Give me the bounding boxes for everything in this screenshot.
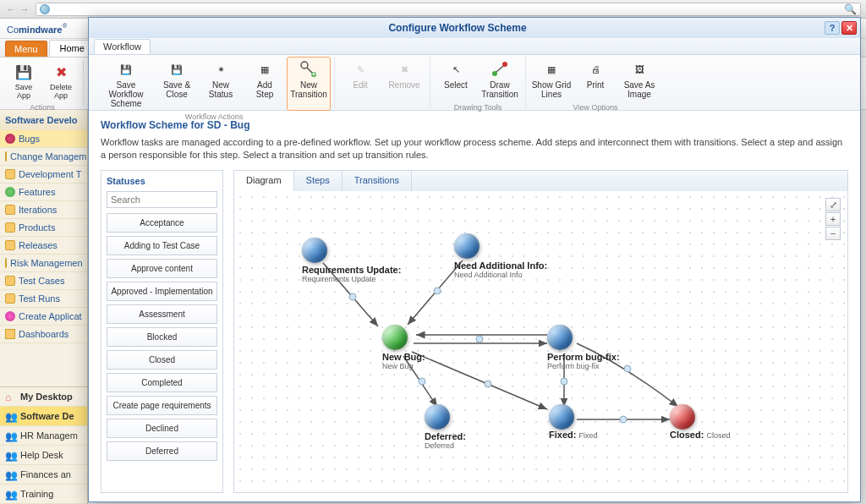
svg-line-6 — [496, 66, 503, 72]
status-item[interactable]: Adding to Test Case — [107, 236, 217, 255]
sparkle-icon — [5, 311, 15, 321]
diagram-canvas[interactable]: Requirements Update: Requirements Update… — [234, 191, 847, 492]
sidebar-item-features[interactable]: Features — [0, 184, 87, 201]
status-list[interactable]: Acceptance Adding to Test Case Approve c… — [107, 213, 217, 487]
node-ball-icon — [670, 404, 695, 430]
app-logo: Comindware® — [7, 21, 67, 36]
folder-icon — [5, 240, 15, 250]
new-transition-button[interactable]: +New Transition — [287, 57, 331, 111]
nav-hr[interactable]: 👥HR Managem — [0, 426, 87, 446]
status-item[interactable]: Completed — [107, 373, 217, 392]
status-item[interactable]: Declined — [107, 419, 217, 438]
sidebar-title: Software Develo — [0, 110, 87, 130]
canvas-zoom-out-icon[interactable]: − — [825, 227, 841, 240]
status-item[interactable]: Create page requirements — [107, 396, 217, 415]
close-button[interactable]: ✕ — [841, 21, 857, 35]
svg-point-19 — [485, 381, 491, 387]
modal-tabs: Workflow — [89, 38, 860, 55]
diagram-tabs: Diagram Steps Transitions — [234, 171, 847, 191]
diagram-panel: Diagram Steps Transitions — [233, 170, 848, 493]
sidebar-item-bugs[interactable]: Bugs — [0, 130, 87, 148]
tab-transitions[interactable]: Transitions — [343, 171, 412, 191]
node-need-info[interactable]: Need Additional Info: Need Additional In… — [454, 233, 547, 279]
draw-transition-button[interactable]: Draw Transition — [478, 57, 522, 101]
nav-my-desktop[interactable]: ⌂My Desktop — [0, 387, 87, 407]
ribbon-group-workflow-actions: 💾Save Workflow Scheme 💾Save & Close ✴New… — [94, 57, 334, 108]
status-search-input[interactable] — [107, 191, 217, 208]
sidebar-item-iterations[interactable]: Iterations — [0, 201, 87, 219]
print-button[interactable]: 🖨Print — [573, 57, 617, 101]
modal-titlebar: Configure Workflow Scheme ? ✕ — [89, 18, 860, 38]
new-status-button[interactable]: ✴New Status — [199, 57, 243, 111]
help-button[interactable]: ? — [825, 21, 840, 35]
tab-workflow[interactable]: Workflow — [94, 39, 151, 54]
sidebar-item-testcases[interactable]: Test Cases — [0, 272, 87, 290]
node-ball-icon — [302, 238, 327, 263]
status-item[interactable]: Approved - Implementation — [107, 282, 217, 301]
browser-bar: ← → 🔍 — [0, 0, 866, 19]
status-item[interactable]: Assessment — [107, 304, 217, 324]
modal-ribbon: 💾Save Workflow Scheme 💾Save & Close ✴New… — [89, 55, 860, 111]
nav-finances[interactable]: 👥Finances an — [0, 465, 87, 485]
people-icon: 👥 — [5, 411, 17, 421]
remove-icon: ✖ — [394, 59, 414, 79]
folder-icon — [5, 169, 15, 179]
node-requirements-update[interactable]: Requirements Update: Requirements Update — [302, 238, 401, 283]
floppy-icon: 💾 — [116, 59, 136, 79]
sidebar-item-change[interactable]: Change Managem — [0, 148, 87, 166]
delete-app-button[interactable]: ✖ Delete App — [44, 61, 78, 101]
save-as-image-button[interactable]: 🖼Save As Image — [617, 57, 661, 101]
save-close-button[interactable]: 💾Save & Close — [155, 57, 199, 111]
show-grid-button[interactable]: ▦Show Grid Lines — [529, 57, 573, 101]
node-perform-bugfix[interactable]: Perform bug-fix: Perform bug-fix — [547, 325, 620, 370]
delete-icon: ✖ — [52, 63, 70, 81]
ribbon-group-edit: ✎Edit ✖Remove — [334, 57, 430, 108]
status-item[interactable]: Deferred — [107, 441, 217, 461]
sidebar-item-createapp[interactable]: Create Applicat — [0, 308, 87, 326]
sidebar-item-dashboards[interactable]: Dashboards — [0, 326, 87, 343]
nav-back-icon[interactable]: ← — [5, 3, 17, 15]
status-item[interactable]: Approve content — [107, 259, 217, 278]
scheme-description: Workflow tasks are managed according to … — [101, 136, 848, 162]
svg-point-16 — [434, 288, 441, 294]
save-icon: 💾 — [14, 63, 33, 81]
address-bar[interactable]: 🔍 — [36, 3, 861, 16]
sidebar-item-releases[interactable]: Releases — [0, 237, 87, 255]
node-ball-icon — [547, 325, 573, 350]
node-closed[interactable]: Closed: Closed — [670, 404, 730, 440]
workflow-modal: Configure Workflow Scheme ? ✕ Workflow 💾… — [88, 17, 861, 502]
save-app-button[interactable]: 💾 Save App — [7, 61, 41, 101]
sidebar-item-products[interactable]: Products — [0, 219, 87, 237]
search-icon[interactable]: 🔍 — [844, 3, 857, 15]
tab-steps[interactable]: Steps — [294, 171, 343, 191]
add-step-button[interactable]: ▦Add Step — [243, 57, 287, 111]
select-button[interactable]: ↖Select — [434, 57, 478, 101]
node-fixed[interactable]: Fixed: Fixed — [549, 404, 597, 440]
folder-icon — [5, 258, 7, 268]
nav-forward-icon[interactable]: → — [19, 3, 30, 15]
node-deferred[interactable]: Deferred: Deferred — [425, 404, 466, 450]
canvas-expand-icon[interactable]: ⤢ — [825, 198, 841, 211]
svg-point-20 — [561, 378, 567, 385]
new-status-icon: ✴ — [211, 59, 231, 79]
status-item[interactable]: Acceptance — [107, 213, 217, 233]
ribbon-group-actions: 💾 Save App ✖ Delete App Actions — [2, 61, 84, 106]
globe-icon — [40, 4, 50, 14]
pencil-icon: ✎ — [350, 59, 370, 79]
svg-line-12 — [412, 352, 547, 409]
menu-tab[interactable]: Menu — [5, 41, 47, 57]
sidebar-item-testruns[interactable]: Test Runs — [0, 290, 87, 308]
sidebar-item-dev[interactable]: Development T — [0, 166, 87, 184]
save-workflow-scheme-button[interactable]: 💾Save Workflow Scheme — [97, 57, 155, 111]
node-new-bug[interactable]: New Bug: New Bug — [382, 325, 425, 370]
sidebar-item-risk[interactable]: Risk Managemen — [0, 255, 87, 272]
nav-training[interactable]: 👥Training — [0, 485, 87, 504]
sidebar: Software Develo Bugs Change Managem Deve… — [0, 110, 88, 504]
image-icon: 🖼 — [629, 59, 650, 79]
nav-helpdesk[interactable]: 👥Help Desk — [0, 446, 87, 465]
status-item[interactable]: Blocked — [107, 327, 217, 347]
tab-diagram[interactable]: Diagram — [234, 171, 294, 191]
nav-software-dev[interactable]: 👥Software De — [0, 407, 87, 426]
canvas-zoom-in-icon[interactable]: + — [825, 212, 841, 226]
status-item[interactable]: Closed — [107, 350, 217, 370]
